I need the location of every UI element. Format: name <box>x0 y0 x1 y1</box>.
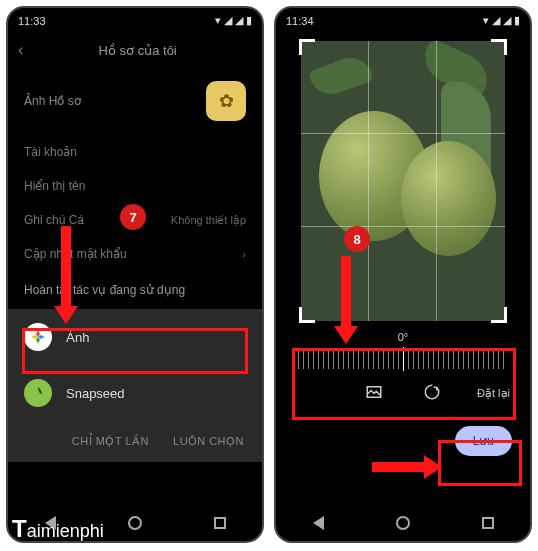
sheet-item-photos[interactable]: Ảnh <box>8 309 262 365</box>
rotation-angle: 0° <box>276 321 530 347</box>
page-title: Hồ sơ của tôi <box>23 43 252 58</box>
annotation-badge-7: 7 <box>120 204 146 230</box>
once-button[interactable]: CHỈ MỘT LẦN <box>72 435 149 448</box>
row-display-name[interactable]: Hiển thị tên <box>8 169 262 203</box>
rotate-icon[interactable] <box>423 383 441 404</box>
aspect-ratio-icon[interactable] <box>365 383 383 404</box>
annotation-arrow <box>54 226 78 324</box>
signal-icon: ◢ <box>235 14 243 27</box>
sheet-item-label: Ảnh <box>66 330 89 345</box>
sheet-item-snapseed[interactable]: Snapseed <box>8 365 262 421</box>
header: ‹ Hồ sơ của tôi <box>8 33 262 67</box>
phone-left: 11:33 ▾ ◢ ◢ ▮ ‹ Hồ sơ của tôi Ảnh Hồ sơ … <box>6 6 264 543</box>
reset-button[interactable]: Đặt lại <box>477 387 510 400</box>
crop-handle-tl[interactable] <box>299 39 315 55</box>
google-photos-icon <box>24 323 52 351</box>
nav-back-icon[interactable] <box>310 515 326 531</box>
chevron-right-icon: › <box>242 248 246 260</box>
annotation-badge-8: 8 <box>344 226 370 252</box>
crop-handle-tr[interactable] <box>491 39 507 55</box>
rotation-slider[interactable] <box>298 349 508 369</box>
action-sheet: Ảnh Snapseed CHỈ MỘT LẦN LUÔN CHỌN <box>8 309 262 462</box>
label: Tài khoản <box>24 145 77 159</box>
always-button[interactable]: LUÔN CHỌN <box>173 435 244 448</box>
avatar-icon: ✿ <box>206 81 246 121</box>
nav-bar <box>276 505 530 541</box>
signal-icon: ◢ <box>492 14 500 27</box>
row-update-password[interactable]: Cập nhật mật khẩu› <box>8 237 262 271</box>
nav-home-icon[interactable] <box>395 515 411 531</box>
row-account[interactable]: Tài khoản <box>8 135 262 169</box>
wifi-icon: ▾ <box>483 14 489 27</box>
watermark: Taimienphi <box>12 515 104 543</box>
nav-recent-icon[interactable] <box>212 515 228 531</box>
snapseed-icon <box>24 379 52 407</box>
status-time: 11:34 <box>286 15 314 27</box>
crop-canvas[interactable] <box>301 41 505 321</box>
status-bar: 11:33 ▾ ◢ ◢ ▮ <box>8 8 262 33</box>
status-time: 11:33 <box>18 15 46 27</box>
sheet-item-label: Snapseed <box>66 386 125 401</box>
status-icons: ▾ ◢ ◢ ▮ <box>483 14 520 27</box>
wifi-icon: ▾ <box>215 14 221 27</box>
battery-icon: ▮ <box>246 14 252 27</box>
save-button[interactable]: Lưu <box>455 426 512 456</box>
phone-right: 11:34 ▾ ◢ ◢ ▮ 0° Đặt lại <box>274 6 532 543</box>
battery-icon: ▮ <box>514 14 520 27</box>
tool-row: Đặt lại <box>276 375 530 412</box>
status-icons: ▾ ◢ ◢ ▮ <box>215 14 252 27</box>
status-bar: 11:34 ▾ ◢ ◢ ▮ <box>276 8 530 33</box>
label: Ghi chú Cá <box>24 213 84 227</box>
image-content <box>401 141 496 256</box>
sheet-header: Hoàn tất tác vụ đang sử dụng <box>8 271 262 309</box>
avatar-row[interactable]: Ảnh Hồ sơ ✿ <box>8 67 262 135</box>
nav-recent-icon[interactable] <box>480 515 496 531</box>
annotation-arrow <box>372 455 442 479</box>
signal-icon: ◢ <box>224 14 232 27</box>
sheet-footer: CHỈ MỘT LẦN LUÔN CHỌN <box>8 421 262 462</box>
value: Không thiết lập <box>171 214 246 227</box>
label: Hiển thị tên <box>24 179 85 193</box>
signal-icon: ◢ <box>503 14 511 27</box>
avatar-label: Ảnh Hồ sơ <box>24 94 81 108</box>
nav-home-icon[interactable] <box>127 515 143 531</box>
annotation-arrow <box>334 256 358 344</box>
